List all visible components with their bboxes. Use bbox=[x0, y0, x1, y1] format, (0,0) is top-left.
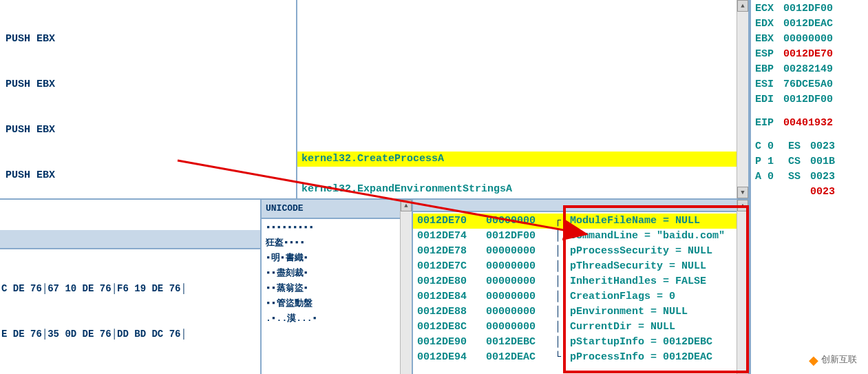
stack-bracket-icon: │ bbox=[555, 289, 563, 304]
hex-unicode-column: UNICODE ▪▪▪▪▪▪▪▪▪ 狂盔▪▪▪▪ ▪明▪書織▪ ▪▪盡刻裁▪ ▪… bbox=[260, 200, 412, 374]
register-row: EBP00282149 bbox=[755, 62, 864, 77]
watermark-text: 创新互联 bbox=[821, 354, 857, 364]
flag-value: 0 bbox=[768, 169, 777, 185]
stack-description: pStartupInfo = 0012DEBC bbox=[570, 335, 744, 350]
register-value: 0012DF00 bbox=[783, 92, 833, 107]
scroll-down-icon[interactable]: ▼ bbox=[737, 187, 748, 198]
flag-name bbox=[755, 185, 765, 200]
stack-value: 0012DEAC bbox=[486, 350, 548, 365]
stack-row[interactable]: 0012DE7C00000000│pThreadSecurity = NULL bbox=[413, 259, 748, 274]
stack-row[interactable]: 0012DE7800000000│pProcessSecurity = NULL bbox=[413, 244, 748, 259]
stack-description: CreationFlags = 0 bbox=[570, 289, 744, 304]
stack-description: InheritHandles = FALSE bbox=[570, 274, 744, 289]
stack-address: 0012DE88 bbox=[417, 304, 479, 320]
segment-value: 0023 bbox=[810, 139, 838, 154]
stack-bracket-icon: │ bbox=[555, 274, 563, 289]
stack-description: CommandLine = "baidu.com" bbox=[570, 229, 744, 244]
stack-scrollbar[interactable]: ▲ ▼ bbox=[737, 200, 748, 374]
disasm-scrollbar[interactable]: ▲ ▼ bbox=[737, 0, 748, 198]
register-value: 00282149 bbox=[783, 62, 833, 77]
call-target-label: kernel32.CreateProcessA bbox=[297, 152, 748, 167]
stack-row[interactable]: 0012DE8400000000│CreationFlags = 0 bbox=[413, 289, 748, 304]
stack-bracket-icon: │ bbox=[555, 320, 563, 335]
stack-row[interactable]: 0012DE740012DF00│CommandLine = "baidu.co… bbox=[413, 229, 748, 244]
hex-dump-panel[interactable]: C DE 76│67 10 DE 76│F6 19 DE 76│ E DE 76… bbox=[0, 200, 413, 374]
hex-header bbox=[0, 230, 260, 249]
stack-row[interactable]: 0012DE8C00000000│CurrentDir = NULL bbox=[413, 320, 748, 335]
register-value: 0012DEAC bbox=[783, 17, 833, 32]
stack-row[interactable]: 0012DE900012DEBC│pStartupInfo = 0012DEBC bbox=[413, 335, 748, 350]
stack-header bbox=[413, 200, 748, 212]
stack-description: ModuleFileName = NULL bbox=[570, 214, 744, 229]
register-eip: EIP 00401932 bbox=[755, 116, 864, 131]
register-name: EBP bbox=[755, 62, 779, 77]
stack-row[interactable]: 0012DE7000000000┌ModuleFileName = NULL bbox=[413, 214, 748, 229]
segment-value: 0023 bbox=[810, 169, 838, 185]
stack-value: 00000000 bbox=[486, 259, 548, 274]
stack-description: pProcessSecurity = NULL bbox=[570, 244, 744, 259]
flag-row: C0ES0023 bbox=[755, 139, 864, 154]
asm-line[interactable]: PUSH EBX bbox=[6, 32, 290, 47]
stack-value: 00000000 bbox=[486, 320, 548, 335]
asm-line[interactable]: PUSH EBX bbox=[6, 168, 290, 183]
stack-row[interactable]: 0012DE8800000000│pEnvironment = NULL bbox=[413, 304, 748, 320]
asm-line[interactable]: PUSH EBX bbox=[6, 77, 290, 92]
hex-row[interactable]: E DE 76│35 0D DE 76│DD BD DC 76│ bbox=[1, 326, 259, 342]
stack-bracket-icon: │ bbox=[555, 259, 563, 274]
register-value: 00401932 bbox=[783, 116, 833, 131]
stack-bracket-icon: │ bbox=[555, 244, 563, 259]
stack-panel[interactable]: 0012DE7000000000┌ModuleFileName = NULL00… bbox=[413, 200, 748, 374]
flag-name: P bbox=[755, 154, 765, 169]
scroll-up-icon[interactable]: ▲ bbox=[401, 200, 412, 211]
stack-address: 0012DE7C bbox=[417, 259, 479, 274]
stack-address: 0012DE90 bbox=[417, 335, 479, 350]
register-row: ESI76DCE5A0 bbox=[755, 77, 864, 92]
stack-bracket-icon: │ bbox=[555, 229, 563, 244]
segment-name: ES bbox=[788, 139, 807, 154]
symbol-label: kernel32.ExpandEnvironmentStringsA bbox=[297, 182, 748, 197]
registers-panel[interactable]: ECX0012DF00EDX0012DEACEBX00000000ESP0012… bbox=[750, 0, 868, 374]
segment-name: SS bbox=[788, 169, 807, 185]
register-name: EDI bbox=[755, 92, 779, 107]
disassembly-panel: PUSH EBX PUSH EBX PUSH EBX PUSH EBX PUSH… bbox=[0, 0, 748, 200]
register-value: 76DCE5A0 bbox=[783, 77, 833, 92]
disasm-code-column[interactable]: PUSH EBX PUSH EBX PUSH EBX PUSH EBX PUSH… bbox=[0, 0, 297, 198]
stack-address: 0012DE78 bbox=[417, 244, 479, 259]
register-row: ESP0012DE70 bbox=[755, 47, 864, 62]
stack-bracket-icon: ┌ bbox=[555, 214, 563, 229]
hex-scrollbar[interactable]: ▲ ▼ bbox=[400, 200, 412, 374]
hex-bytes[interactable]: C DE 76│67 10 DE 76│F6 19 DE 76│ E DE 76… bbox=[0, 200, 260, 374]
register-name: EIP bbox=[755, 116, 779, 131]
register-row: EDI0012DF00 bbox=[755, 92, 864, 107]
disasm-info-column: kernel32.CreateProcessA kernel32.ExpandE… bbox=[297, 0, 748, 198]
stack-address: 0012DE94 bbox=[417, 350, 479, 365]
flag-row: A0SS0023 bbox=[755, 169, 864, 185]
flag-value bbox=[768, 185, 777, 200]
register-name: EBX bbox=[755, 32, 779, 47]
segment-value: 0023 bbox=[810, 185, 838, 200]
stack-bracket-icon: └ bbox=[555, 350, 563, 365]
stack-row[interactable]: 0012DE940012DEAC└pProcessInfo = 0012DEAC bbox=[413, 350, 748, 365]
stack-value: 0012DEBC bbox=[486, 335, 548, 350]
register-value: 00000000 bbox=[783, 32, 833, 47]
hex-row[interactable]: C DE 76│67 10 DE 76│F6 19 DE 76│ bbox=[1, 281, 259, 296]
register-row: EDX0012DEAC bbox=[755, 17, 864, 32]
scroll-up-icon[interactable]: ▲ bbox=[737, 200, 748, 211]
stack-address: 0012DE70 bbox=[417, 214, 479, 229]
asm-line[interactable]: PUSH EBX bbox=[6, 123, 290, 138]
scroll-up-icon[interactable]: ▲ bbox=[737, 0, 748, 12]
stack-value: 00000000 bbox=[486, 214, 548, 229]
flag-value: 0 bbox=[768, 139, 777, 154]
register-row: EBX00000000 bbox=[755, 32, 864, 47]
stack-address: 0012DE84 bbox=[417, 289, 479, 304]
segment-name bbox=[788, 185, 807, 200]
stack-address: 0012DE8C bbox=[417, 320, 479, 335]
segment-name: CS bbox=[788, 154, 807, 169]
flag-row: 0023 bbox=[755, 185, 864, 200]
stack-bracket-icon: │ bbox=[555, 304, 563, 320]
flag-value: 1 bbox=[768, 154, 777, 169]
stack-row[interactable]: 0012DE8000000000│InheritHandles = FALSE bbox=[413, 274, 748, 289]
watermark-icon: ◆ bbox=[809, 353, 818, 367]
stack-description: pProcessInfo = 0012DEAC bbox=[570, 350, 744, 365]
stack-bracket-icon: │ bbox=[555, 335, 563, 350]
